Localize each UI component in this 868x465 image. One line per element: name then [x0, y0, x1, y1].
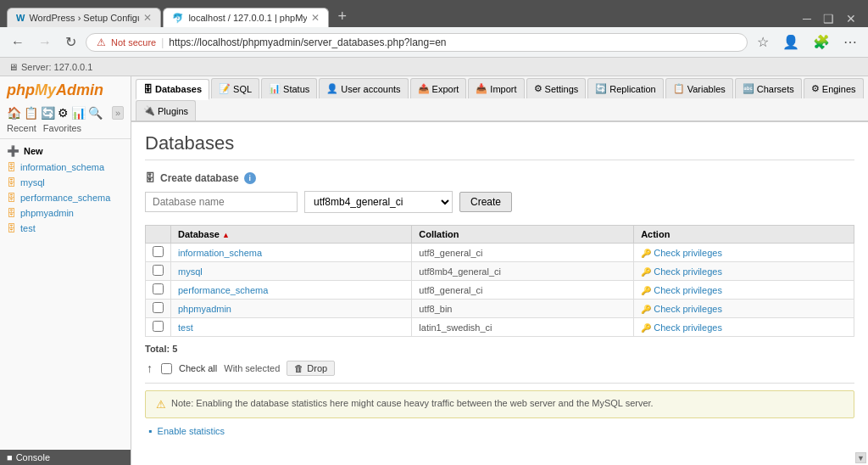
sidebar-item-mysql[interactable]: 🗄 mysql [0, 175, 131, 190]
tab-plugins[interactable]: 🔌 Plugins [136, 100, 196, 120]
restore-button[interactable]: ❑ [818, 10, 839, 27]
tab-engines[interactable]: ⚙ Engines [804, 78, 864, 98]
account-button[interactable]: 👤 [778, 32, 804, 52]
sidebar-item-new[interactable]: ➕ New [0, 143, 131, 160]
check-privileges-icon: 🔑 [641, 267, 651, 277]
extension-button[interactable]: 🧩 [809, 32, 834, 52]
sql-icon[interactable]: 📋 [24, 106, 38, 120]
minimize-button[interactable]: ─ [798, 10, 816, 27]
check-privileges-link[interactable]: Check privileges [654, 304, 722, 314]
address-bar[interactable]: ⚠ Not secure | https://localhost/phpmyad… [86, 33, 748, 52]
row-checkbox[interactable] [153, 246, 164, 257]
favorites-link[interactable]: Favorites [43, 123, 81, 133]
reload-sidebar-icon[interactable]: 🔄 [41, 106, 55, 120]
forward-button[interactable]: → [34, 33, 56, 52]
table-header-database[interactable]: Database ▲ [171, 226, 412, 244]
row-checkbox[interactable] [153, 283, 164, 294]
check-privileges-icon: 🔑 [641, 323, 651, 333]
databases-table: Database ▲ Collation Action information_… [145, 225, 854, 337]
row-action: 🔑 Check privileges [634, 281, 854, 300]
sidebar-item-information-schema[interactable]: 🗄 information_schema [0, 160, 131, 175]
tab-charsets[interactable]: 🔤 Charsets [735, 78, 802, 98]
settings-sidebar-icon[interactable]: ⚙ [58, 106, 69, 120]
row-checkbox[interactable] [153, 265, 164, 276]
collation-select[interactable]: utf8mb4_general_ci utf8_general_ci latin… [304, 191, 453, 213]
row-checkbox[interactable] [153, 321, 164, 332]
back-button[interactable]: ← [7, 33, 29, 52]
home-icon[interactable]: 🏠 [7, 106, 21, 120]
stats-sidebar-icon[interactable]: 📊 [71, 106, 86, 120]
db-name-link[interactable]: performance_schema [178, 285, 268, 295]
collapse-sidebar-button[interactable]: » [112, 106, 124, 120]
settings-tab-label: Settings [545, 84, 579, 94]
row-action: 🔑 Check privileges [634, 318, 854, 337]
db-name-link[interactable]: mysql [178, 266, 203, 277]
more-button[interactable]: ⋯ [839, 32, 861, 52]
tab-export[interactable]: 📤 Export [410, 78, 467, 98]
tab-status[interactable]: 📊 Status [261, 78, 317, 98]
sidebar-divider [0, 138, 131, 139]
sidebar-item-performance-schema[interactable]: 🗄 performance_schema [0, 190, 131, 205]
databases-tab-icon: 🗄 [143, 84, 153, 94]
select-arrow-button[interactable]: ↑ [145, 361, 154, 375]
check-all-label[interactable]: Check all [179, 363, 217, 373]
sidebar-item-phpmyadmin[interactable]: 🗄 phpmyadmin [0, 205, 131, 221]
replication-tab-icon: 🔄 [595, 83, 607, 94]
tab-phpmyadmin[interactable]: 🐬 localhost / 127.0.0.1 | phpMyAd... ✕ [163, 8, 329, 27]
with-selected-label: With selected [224, 363, 280, 373]
tab-close-pma[interactable]: ✕ [311, 12, 320, 24]
db-name-link[interactable]: information_schema [178, 248, 262, 258]
check-privileges-link[interactable]: Check privileges [654, 285, 722, 295]
bookmark-button[interactable]: ☆ [753, 32, 773, 52]
table-row: phpmyadmin utf8_bin 🔑 Check privileges [146, 300, 854, 318]
row-db-name: information_schema [171, 244, 412, 262]
new-db-icon: ➕ [7, 145, 19, 157]
search-sidebar-icon[interactable]: 🔍 [88, 106, 103, 120]
table-total: Total: 5 [145, 340, 854, 357]
row-checkbox[interactable] [153, 302, 164, 313]
check-privileges-link[interactable]: Check privileges [654, 322, 722, 333]
sql-tab-label: SQL [233, 84, 252, 94]
db-name-link[interactable]: phpmyadmin [178, 304, 231, 314]
drop-button[interactable]: 🗑 Drop [287, 361, 335, 376]
row-db-name: phpmyadmin [171, 300, 412, 318]
tab-settings[interactable]: ⚙ Settings [526, 78, 587, 98]
corner-scroll-button[interactable]: ▼ [855, 452, 866, 463]
page-content: Databases 🗄 Create database i utf8mb4_ge… [131, 122, 868, 447]
settings-tab-icon: ⚙ [534, 83, 542, 94]
import-tab-icon: 📥 [476, 83, 487, 94]
tab-variables[interactable]: 📋 Variables [665, 78, 733, 98]
new-tab-button[interactable]: + [329, 8, 355, 24]
engines-tab-label: Engines [822, 84, 856, 94]
tab-wordpress[interactable]: W WordPress › Setup Configuratio... ✕ [7, 8, 161, 27]
tab-user-accounts[interactable]: 👤 User accounts [319, 78, 408, 98]
bullet-icon: ▪ [148, 425, 152, 437]
database-name-input[interactable] [145, 192, 298, 212]
console-bar[interactable]: ■ Console [0, 450, 131, 465]
close-button[interactable]: ✕ [841, 10, 861, 27]
sql-tab-icon: 📝 [219, 83, 231, 94]
sidebar-item-test[interactable]: 🗄 test [0, 221, 131, 236]
create-database-button[interactable]: Create [459, 192, 512, 212]
check-privileges-link[interactable]: Check privileges [654, 248, 722, 258]
variables-tab-label: Variables [687, 84, 726, 94]
tab-databases[interactable]: 🗄 Databases [136, 79, 209, 100]
check-all-checkbox[interactable] [161, 363, 172, 374]
enable-statistics-link[interactable]: Enable statistics [158, 426, 225, 436]
db-name-link[interactable]: test [178, 322, 193, 333]
tab-close-wp[interactable]: ✕ [143, 12, 152, 24]
page-title: Databases [145, 132, 854, 160]
recent-link[interactable]: Recent [7, 123, 36, 133]
row-db-name: performance_schema [171, 281, 412, 300]
tab-sql[interactable]: 📝 SQL [211, 78, 259, 98]
sidebar-toolbar: 🏠 📋 🔄 ⚙ 📊 🔍 » [0, 104, 131, 121]
tab-title-wp: WordPress › Setup Configuratio... [29, 13, 139, 23]
not-secure-label: Not secure [111, 37, 156, 48]
info-icon[interactable]: i [244, 172, 256, 184]
tab-import[interactable]: 📥 Import [468, 78, 524, 98]
tab-bar: W WordPress › Setup Configuratio... ✕ 🐬 … [0, 0, 868, 27]
tab-replication[interactable]: 🔄 Replication [587, 78, 663, 98]
reload-button[interactable]: ↻ [61, 32, 81, 52]
table-row: mysql utf8mb4_general_ci 🔑 Check privile… [146, 262, 854, 281]
check-privileges-link[interactable]: Check privileges [654, 266, 722, 277]
